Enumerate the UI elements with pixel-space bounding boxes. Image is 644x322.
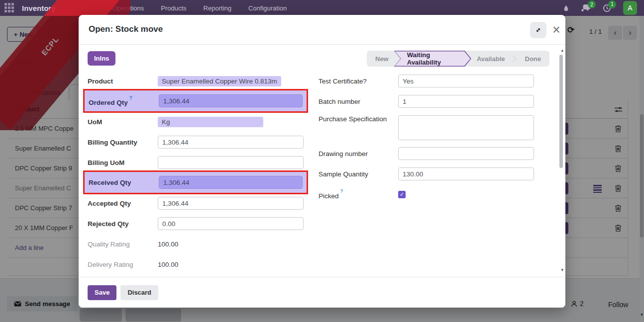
- field-product: Product Super Enamelled Copper Wire 0.81…: [88, 75, 304, 87]
- billing-quantity-label: Billing Quantity: [88, 139, 158, 146]
- ordered-qty-input[interactable]: [159, 94, 303, 107]
- field-quality-rating: Quality Rating 100.00: [88, 238, 304, 250]
- uom-value[interactable]: Kg: [158, 117, 263, 127]
- ordered-qty-highlight: Ordered Qty: [83, 89, 308, 113]
- product-value[interactable]: Super Enamelled Copper Wire 0.813m: [158, 76, 281, 86]
- step-new[interactable]: New: [367, 51, 397, 67]
- product-label: Product: [88, 78, 158, 85]
- modal-scrollbar-thumb[interactable]: [559, 55, 563, 168]
- inins-smart-button[interactable]: InIns: [88, 51, 115, 66]
- activities-badge: 1: [608, 0, 616, 8]
- modal-title: Open: Stock move: [89, 24, 163, 34]
- rejected-qty-input[interactable]: [158, 217, 304, 230]
- field-rejected-qty: Rejected Qty: [88, 217, 304, 230]
- field-billing-uom: Billing UoM: [88, 156, 304, 169]
- modal-footer: Save Discard: [79, 277, 565, 308]
- ordered-qty-label: Ordered Qty: [89, 95, 159, 106]
- billing-quantity-input[interactable]: [158, 136, 304, 149]
- batch-number-input[interactable]: [398, 95, 534, 108]
- batch-number-label: Batch number: [319, 98, 398, 105]
- field-batch-number: Batch number: [319, 95, 534, 108]
- save-button[interactable]: Save: [88, 285, 116, 300]
- navbar-right: 2 1 A: [563, 1, 644, 15]
- rejected-qty-label: Rejected Qty: [88, 220, 158, 228]
- close-icon[interactable]: [549, 22, 564, 37]
- form-right-column: Test Certificate? Batch number Purchase …: [319, 75, 534, 208]
- field-billing-quantity: Billing Quantity: [88, 136, 304, 149]
- help-icon: [128, 97, 132, 103]
- field-drawing-number: Drawing number: [319, 147, 534, 160]
- form-left-column: Product Super Enamelled Copper Wire 0.81…: [88, 75, 304, 278]
- purchase-specification-input[interactable]: [398, 115, 534, 140]
- test-certificate-label: Test Certificate?: [319, 78, 398, 85]
- debug-droplet-icon[interactable]: [563, 4, 569, 12]
- nav-item-products[interactable]: Products: [161, 4, 186, 12]
- nav-item-configuration[interactable]: Configuration: [248, 4, 287, 12]
- screen: Inventory Overview Operations Products R…: [0, 0, 644, 322]
- field-purchase-specification: Purchase Specification: [319, 115, 534, 140]
- billing-uom-input[interactable]: [158, 156, 304, 169]
- drawing-number-input[interactable]: [398, 147, 534, 160]
- modal-scroll-down-icon[interactable]: [561, 267, 563, 272]
- discard-button[interactable]: Discard: [120, 285, 158, 300]
- field-picked: Picked: [319, 188, 534, 201]
- apps-grid-icon[interactable]: [4, 3, 15, 13]
- quality-rating-value: 100.00: [158, 241, 178, 248]
- sample-quantity-label: Sample Quantity: [319, 170, 398, 178]
- activities-icon[interactable]: 1: [603, 4, 611, 12]
- nav-item-operations[interactable]: Operations: [112, 4, 144, 12]
- billing-uom-label: Billing UoM: [88, 159, 158, 166]
- delivery-rating-label: Delivery Rating: [88, 261, 158, 268]
- uom-label: UoM: [88, 118, 158, 126]
- field-uom: UoM Kg: [88, 115, 304, 128]
- messages-icon[interactable]: 2: [581, 4, 591, 12]
- purchase-specification-label: Purchase Specification: [319, 115, 398, 123]
- expand-icon: [535, 26, 542, 34]
- nav-menu: Overview Operations Products Reporting C…: [69, 4, 287, 12]
- navbar: Inventory Overview Operations Products R…: [0, 0, 644, 16]
- nav-item-reporting[interactable]: Reporting: [204, 4, 231, 12]
- messages-badge: 2: [588, 0, 596, 8]
- sample-quantity-input[interactable]: [398, 167, 534, 180]
- accepted-qty-input[interactable]: [158, 197, 304, 210]
- test-certificate-input[interactable]: [398, 75, 534, 87]
- received-qty-input[interactable]: [159, 176, 303, 189]
- step-done[interactable]: Done: [517, 51, 550, 67]
- received-qty-label: Received Qty: [89, 179, 159, 186]
- picked-checkbox[interactable]: [398, 191, 406, 198]
- user-avatar[interactable]: A: [623, 1, 637, 15]
- field-accepted-qty: Accepted Qty: [88, 197, 304, 210]
- accepted-qty-label: Accepted Qty: [88, 200, 158, 207]
- delivery-rating-value: 100.00: [158, 261, 178, 268]
- field-sample-quantity: Sample Quantity: [319, 167, 534, 180]
- field-delivery-rating: Delivery Rating 100.00: [88, 258, 304, 271]
- field-test-certificate: Test Certificate?: [319, 75, 534, 87]
- picked-label: Picked: [319, 189, 398, 200]
- quality-rating-label: Quality Rating: [88, 241, 158, 248]
- expand-button[interactable]: [530, 22, 546, 38]
- nav-item-overview[interactable]: Overview: [69, 4, 96, 12]
- app-name[interactable]: Inventory: [22, 4, 56, 12]
- step-available[interactable]: Available: [468, 51, 514, 67]
- modal-header: Open: Stock move: [79, 15, 565, 45]
- modal-scroll-up-icon[interactable]: [561, 48, 563, 53]
- statusbar: New Waiting Availability Available Done: [367, 51, 549, 67]
- stock-move-modal: Open: Stock move InIns New Waiting Avail…: [79, 15, 565, 308]
- help-icon: [339, 191, 343, 197]
- step-waiting-availability[interactable]: Waiting Availability: [394, 51, 471, 67]
- drawing-number-label: Drawing number: [319, 150, 398, 158]
- received-qty-highlight: Received Qty: [83, 170, 308, 194]
